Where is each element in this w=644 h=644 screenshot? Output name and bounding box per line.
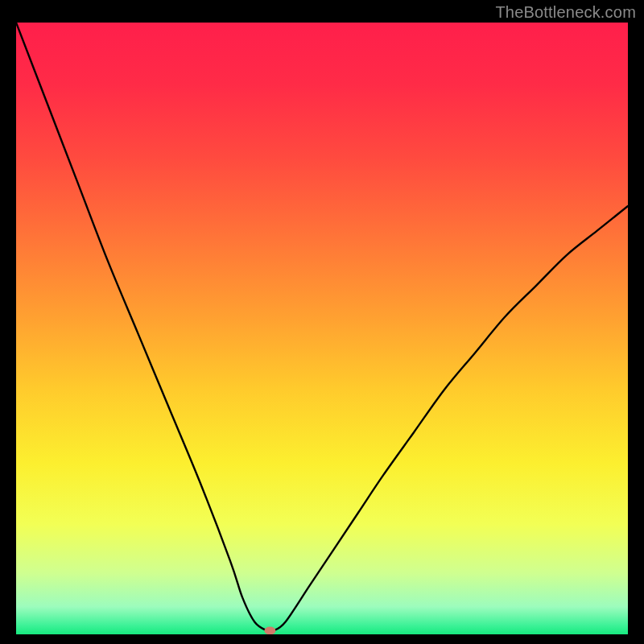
chart-frame — [16, 23, 628, 634]
gradient-background — [16, 23, 628, 634]
bottleneck-chart — [16, 23, 628, 634]
watermark-text: TheBottleneck.com — [495, 3, 636, 22]
optimum-marker — [264, 626, 275, 634]
